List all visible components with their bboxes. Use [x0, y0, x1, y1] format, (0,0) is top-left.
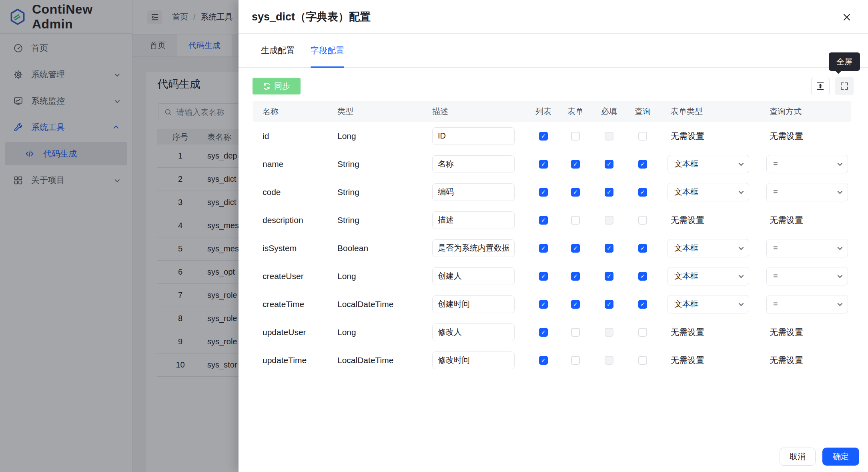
field-type: Long — [337, 271, 427, 281]
field-description-input[interactable] — [432, 183, 515, 201]
list-checkbox[interactable] — [539, 272, 548, 281]
list-checkbox[interactable] — [539, 356, 548, 365]
query-type-none-label: 无需设置 — [758, 131, 803, 141]
query-checkbox[interactable] — [638, 356, 647, 365]
field-description-input[interactable] — [432, 211, 515, 229]
query-checkbox[interactable] — [638, 244, 647, 253]
list-checkbox[interactable] — [539, 160, 548, 169]
form-type-cell: 文本框 — [660, 239, 758, 257]
query-type-cell: = — [758, 267, 851, 285]
field-name: name — [253, 159, 337, 169]
row-height-icon[interactable] — [811, 77, 830, 95]
required-checkbox[interactable] — [605, 160, 613, 169]
form-type-cell: 无需设置 — [660, 215, 758, 226]
form-type-select[interactable]: 文本框 — [668, 267, 749, 285]
query-type-value: = — [773, 159, 778, 169]
required-checkbox[interactable] — [605, 272, 613, 281]
list-checkbox[interactable] — [539, 188, 548, 197]
query-type-select[interactable]: = — [766, 267, 848, 285]
field-description-input[interactable] — [432, 155, 515, 173]
list-checkbox[interactable] — [539, 216, 548, 225]
field-name: id — [253, 131, 337, 141]
field-row: name String 文本框 = — [253, 150, 851, 178]
drawer-header: sys_dict（字典表）配置 — [239, 0, 868, 34]
form-type-cell: 文本框 — [660, 267, 758, 285]
field-description-input[interactable] — [432, 351, 515, 369]
query-type-cell: 无需设置 — [758, 215, 851, 226]
form-type-select[interactable]: 文本框 — [668, 239, 749, 257]
form-checkbox[interactable] — [571, 300, 580, 309]
field-description-input[interactable] — [432, 239, 515, 257]
form-type-cell: 文本框 — [660, 155, 758, 173]
field-description-input[interactable] — [432, 295, 515, 313]
field-type: LocalDateTime — [337, 356, 427, 365]
fullscreen-icon[interactable] — [835, 77, 854, 95]
field-description-input[interactable] — [432, 323, 515, 341]
query-checkbox[interactable] — [638, 328, 647, 337]
query-checkbox[interactable] — [638, 160, 647, 169]
drawer-tabs: 生成配置 字段配置 — [239, 34, 868, 68]
query-type-cell: 无需设置 — [758, 355, 851, 366]
confirm-button[interactable]: 确定 — [822, 448, 859, 466]
query-type-cell: 无需设置 — [758, 131, 851, 142]
query-checkbox[interactable] — [638, 188, 647, 197]
sync-button-label: 同步 — [274, 81, 290, 92]
query-checkbox[interactable] — [638, 132, 647, 141]
close-icon[interactable] — [840, 10, 854, 24]
chevron-down-icon — [838, 161, 843, 166]
form-type-select[interactable]: 文本框 — [668, 295, 749, 313]
query-type-select[interactable]: = — [766, 183, 848, 201]
form-checkbox[interactable] — [571, 328, 580, 337]
chevron-down-icon — [838, 301, 843, 306]
sync-button[interactable]: 同步 — [253, 78, 301, 94]
list-checkbox[interactable] — [539, 328, 548, 337]
list-checkbox[interactable] — [539, 244, 548, 253]
field-description-input[interactable] — [432, 127, 515, 145]
drawer-title: sys_dict（字典表）配置 — [252, 0, 371, 34]
form-checkbox[interactable] — [571, 160, 580, 169]
form-type-select[interactable]: 文本框 — [668, 183, 749, 201]
field-row: updateTime LocalDateTime 无需设置 无需设置 — [253, 346, 851, 374]
form-type-cell: 无需设置 — [660, 131, 758, 142]
list-checkbox[interactable] — [539, 300, 548, 309]
form-type-value: 文本框 — [674, 271, 698, 281]
field-name: updateUser — [253, 327, 337, 337]
required-checkbox[interactable] — [605, 244, 613, 253]
form-type-select[interactable]: 文本框 — [668, 155, 749, 173]
form-checkbox[interactable] — [571, 272, 580, 281]
form-checkbox[interactable] — [571, 132, 580, 141]
col-header-description: 描述 — [427, 106, 528, 117]
form-type-none-label: 无需设置 — [660, 327, 704, 337]
field-type: Boolean — [337, 243, 427, 253]
form-checkbox[interactable] — [571, 216, 580, 225]
form-checkbox[interactable] — [571, 356, 580, 365]
required-checkbox[interactable] — [605, 188, 613, 197]
tooltip-label: 全屏 — [836, 56, 852, 67]
form-checkbox[interactable] — [571, 244, 580, 253]
query-type-select[interactable]: = — [766, 239, 848, 257]
required-checkbox[interactable] — [605, 132, 613, 141]
form-type-cell: 无需设置 — [660, 327, 758, 338]
tab-generation-config[interactable]: 生成配置 — [261, 34, 295, 67]
query-checkbox[interactable] — [638, 272, 647, 281]
tab-field-config[interactable]: 字段配置 — [311, 34, 344, 67]
required-checkbox[interactable] — [605, 300, 613, 309]
required-checkbox[interactable] — [605, 328, 613, 337]
sync-icon — [263, 82, 271, 90]
query-type-select[interactable]: = — [766, 295, 848, 313]
required-checkbox[interactable] — [605, 356, 613, 365]
field-row: id Long 无需设置 无需设置 — [253, 122, 851, 150]
query-type-select[interactable]: = — [766, 155, 848, 173]
field-row: isSystem Boolean 文本框 = — [253, 234, 851, 262]
query-checkbox[interactable] — [638, 216, 647, 225]
query-checkbox[interactable] — [638, 300, 647, 309]
query-type-cell: = — [758, 183, 851, 201]
config-drawer: sys_dict（字典表）配置 生成配置 字段配置 同步 全屏 名称 类型 描述… — [239, 0, 868, 472]
form-checkbox[interactable] — [571, 188, 580, 197]
form-type-value: 文本框 — [674, 243, 698, 253]
list-checkbox[interactable] — [539, 132, 548, 141]
fields-table: 名称 类型 描述 列表 表单 必填 查询 表单类型 查询方式 id Long 无… — [253, 101, 851, 374]
field-description-input[interactable] — [432, 267, 515, 285]
cancel-button[interactable]: 取消 — [780, 448, 816, 466]
required-checkbox[interactable] — [605, 216, 613, 225]
